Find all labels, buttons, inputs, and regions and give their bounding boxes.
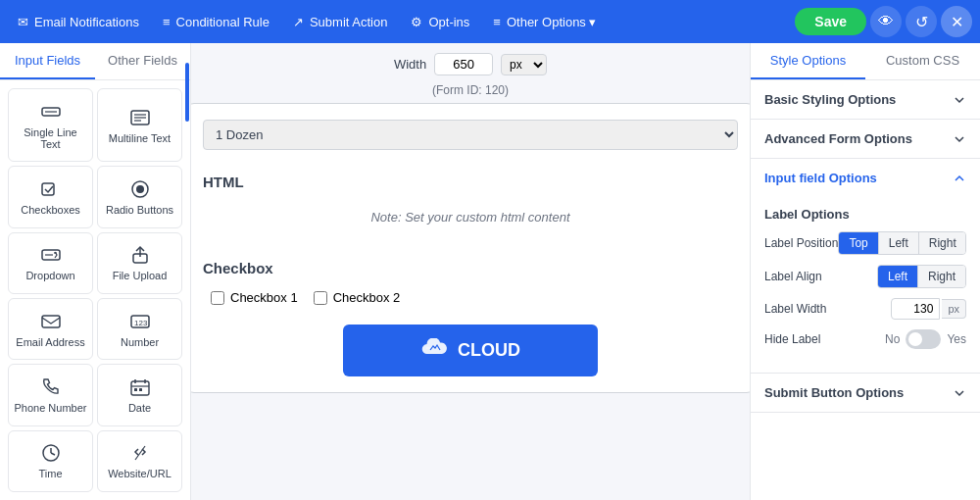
left-sidebar: Input Fields Other Fields Single Line Te… <box>0 43 191 500</box>
cloud-svg-icon <box>420 338 448 358</box>
svg-point-8 <box>136 185 144 193</box>
nav-opt-ins[interactable]: ⚙ Opt-ins <box>401 9 479 35</box>
checkbox-options: Checkbox 1 Checkbox 2 <box>203 286 738 309</box>
tab-other-fields[interactable]: Other Fields <box>95 43 190 79</box>
svg-rect-21 <box>139 388 142 391</box>
label-position-row: Label Position Top Left Right <box>764 231 966 255</box>
email-address-icon <box>40 311 62 332</box>
label-width-label: Label Width <box>764 302 826 316</box>
hide-label-label: Hide Label <box>764 332 820 346</box>
chevron-up-icon <box>953 172 966 185</box>
tab-custom-css[interactable]: Custom CSS <box>865 43 980 79</box>
sidebar-item-single-line-text[interactable]: Single Line Text <box>8 88 93 162</box>
other-options-icon: ≡ <box>493 15 501 29</box>
nav-opt-ins-label: Opt-ins <box>428 15 469 29</box>
checkbox-option-2[interactable]: Checkbox 2 <box>314 290 401 305</box>
position-right-button[interactable]: Right <box>919 232 966 254</box>
preview-button[interactable]: 👁 <box>870 6 902 37</box>
dropdown-label: Dropdown <box>25 270 74 281</box>
hide-label-toggle-wrap: No Yes <box>885 329 966 349</box>
sidebar-item-website-url[interactable]: Website/URL <box>97 430 182 492</box>
opt-ins-icon: ⚙ <box>411 15 422 29</box>
phone-number-icon <box>40 376 62 398</box>
nav-submit-action[interactable]: ↗ Submit Action <box>283 9 398 35</box>
align-left-button[interactable]: Left <box>878 266 918 287</box>
sidebar-item-radio-buttons[interactable]: Radio Buttons <box>97 166 182 227</box>
chevron-down-icon-3 <box>953 386 966 400</box>
style-options-label: Style Options <box>770 53 846 68</box>
align-right-button[interactable]: Right <box>918 266 965 287</box>
chevron-down-icon-2 <box>953 132 966 146</box>
website-url-icon <box>129 442 151 464</box>
html-block: HTML Note: Set your custom html content <box>203 166 738 244</box>
sidebar-item-date[interactable]: Date <box>97 364 182 425</box>
sidebar-item-file-upload[interactable]: File Upload <box>97 232 182 294</box>
submit-label: CLOUD <box>458 340 520 361</box>
nav-email-label: Email Notifications <box>34 15 139 29</box>
date-icon <box>129 376 151 398</box>
website-url-label: Website/URL <box>108 468 172 479</box>
hide-label-row: Hide Label No Yes <box>764 329 966 349</box>
label-options-title: Label Options <box>764 207 966 222</box>
nav-conditional-rule[interactable]: ≡ Conditional Rule <box>153 9 279 35</box>
undo-button[interactable]: ↺ <box>906 6 937 37</box>
html-label: HTML <box>203 174 738 190</box>
nav-submit-action-label: Submit Action <box>310 15 388 29</box>
width-input[interactable] <box>434 53 493 75</box>
label-width-input[interactable] <box>891 298 940 320</box>
basic-styling-label: Basic Styling Options <box>764 92 896 107</box>
sidebar-scrollbar[interactable] <box>184 43 190 500</box>
sidebar-item-checkboxes[interactable]: Checkboxes <box>8 166 93 227</box>
input-field-options-label: Input field Options <box>764 171 877 185</box>
tab-input-fields[interactable]: Input Fields <box>0 43 95 79</box>
tab-input-fields-label: Input Fields <box>15 53 80 68</box>
accordion-advanced-form-header[interactable]: Advanced Form Options <box>751 120 980 158</box>
nav-email-notifications[interactable]: ✉ Email Notifications <box>8 9 149 35</box>
accordion-advanced-form: Advanced Form Options <box>751 120 980 159</box>
sidebar-item-number[interactable]: 123 Number <box>97 298 182 360</box>
cloud-icon <box>420 338 448 363</box>
checkbox-2-input[interactable] <box>314 291 327 305</box>
submit-action-icon: ↗ <box>293 15 304 29</box>
close-button[interactable]: ✕ <box>941 6 972 37</box>
sidebar-item-phone-number[interactable]: Phone Number <box>8 364 93 425</box>
nav-other-options[interactable]: ≡ Other Options ▾ <box>483 9 606 35</box>
file-upload-icon <box>129 244 151 266</box>
position-left-button[interactable]: Left <box>879 232 919 254</box>
checkbox-1-input[interactable] <box>211 291 224 305</box>
accordion-input-field-options-body: Label Options Label Position Top Left Ri… <box>751 197 980 373</box>
label-align-row: Label Align Left Right <box>764 265 966 288</box>
save-button[interactable]: Save <box>795 8 866 35</box>
width-unit-select[interactable]: px em % <box>501 54 547 75</box>
accordion-submit-button-options-header[interactable]: Submit Button Options <box>751 374 980 412</box>
accordion-input-field-options-header[interactable]: Input field Options <box>751 159 980 197</box>
sidebar-item-multiline-text[interactable]: Multiline Text <box>97 88 182 162</box>
main-layout: Input Fields Other Fields Single Line Te… <box>0 43 980 500</box>
time-label: Time <box>38 468 62 479</box>
radio-buttons-label: Radio Buttons <box>106 204 173 216</box>
multiline-text-label: Multiline Text <box>109 132 171 144</box>
tab-style-options[interactable]: Style Options <box>751 43 865 79</box>
number-label: Number <box>121 336 159 348</box>
position-top-button[interactable]: Top <box>839 232 878 254</box>
panel-tabs: Style Options Custom CSS <box>751 43 980 80</box>
sidebar-item-dropdown[interactable]: Dropdown <box>8 232 93 294</box>
sidebar-item-email-address[interactable]: Email Address <box>8 298 93 360</box>
dropdown-select[interactable]: 1 Dozen <box>203 120 738 150</box>
sidebar-item-time[interactable]: Time <box>8 430 93 492</box>
canvas-toolbar: Width px em % <box>394 53 547 75</box>
checkbox-option-1[interactable]: Checkbox 1 <box>211 290 298 305</box>
label-width-unit: px <box>942 299 966 319</box>
advanced-form-label: Advanced Form Options <box>764 131 912 146</box>
single-line-text-icon <box>40 101 62 123</box>
accordion-basic-styling-header[interactable]: Basic Styling Options <box>751 80 980 119</box>
conditional-icon: ≡ <box>163 15 171 29</box>
sidebar-tabs: Input Fields Other Fields <box>0 43 190 80</box>
top-nav: ✉ Email Notifications ≡ Conditional Rule… <box>0 0 980 43</box>
checkbox-block: Checkbox Checkbox 1 Checkbox 2 <box>203 260 738 309</box>
submit-button[interactable]: CLOUD <box>343 325 598 376</box>
nav-conditional-label: Conditional Rule <box>176 15 270 29</box>
email-icon: ✉ <box>18 15 28 29</box>
hide-label-toggle[interactable] <box>906 329 941 349</box>
eye-icon: 👁 <box>878 13 894 30</box>
